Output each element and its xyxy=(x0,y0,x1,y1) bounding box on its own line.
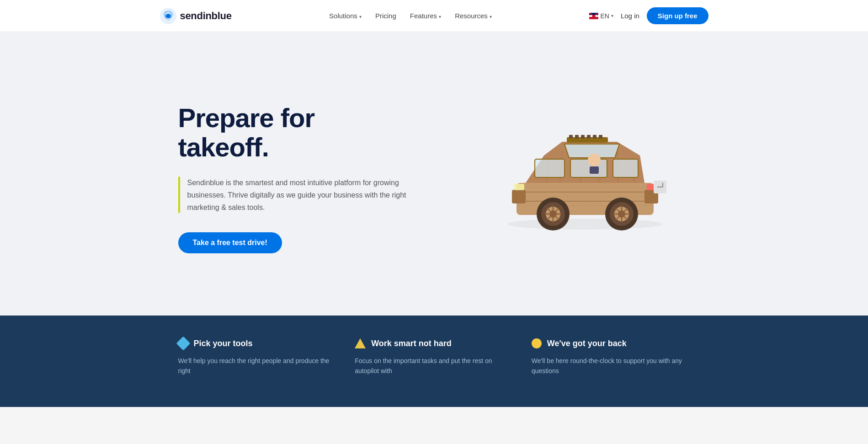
signup-button[interactable]: Sign up free xyxy=(647,7,708,24)
triangle-icon xyxy=(355,338,366,348)
pricing-link[interactable]: Pricing xyxy=(375,12,396,20)
svg-rect-47 xyxy=(599,135,602,139)
svg-rect-44 xyxy=(581,135,585,139)
svg-rect-23 xyxy=(514,184,524,190)
hero-description: Sendinblue is the smartest and most intu… xyxy=(187,177,434,214)
logo-text: sendinblue xyxy=(180,10,232,22)
hero-accent-bar xyxy=(178,177,180,213)
card-0-title: Pick your tools xyxy=(194,339,253,348)
svg-rect-46 xyxy=(593,135,596,139)
card-0-text: We'll help you reach the right people an… xyxy=(178,356,337,376)
card-0-header: Pick your tools xyxy=(178,338,337,348)
features-link[interactable]: Features xyxy=(410,12,439,20)
hero-title: Prepare for takeoff. xyxy=(178,103,434,162)
bottom-card-1: Work smart not hard Focus on the importa… xyxy=(355,338,513,376)
card-1-title: Work smart not hard xyxy=(371,339,452,348)
solutions-link[interactable]: Solutions xyxy=(329,12,359,20)
navbar: sendinblue Solutions Pricing Features Re… xyxy=(0,0,868,32)
logo[interactable]: sendinblue xyxy=(160,8,232,24)
logo-icon xyxy=(160,8,176,24)
nav-right: EN ▾ Log in Sign up free xyxy=(589,7,708,24)
hero-cta-button[interactable]: Take a free test drive! xyxy=(178,232,282,253)
bottom-section: Pick your tools We'll help you reach the… xyxy=(0,316,868,407)
hero-illustration xyxy=(489,91,718,265)
language-selector[interactable]: EN ▾ xyxy=(589,12,613,20)
svg-rect-18 xyxy=(590,166,599,174)
bottom-card-0: Pick your tools We'll help you reach the… xyxy=(178,338,337,376)
nav-links: Solutions Pricing Features Resources xyxy=(329,12,492,20)
svg-rect-43 xyxy=(575,135,579,139)
nav-item-features[interactable]: Features xyxy=(410,12,441,20)
lang-label: EN xyxy=(600,12,609,20)
bottom-card-2: We've got your back We'll be here round-… xyxy=(532,338,690,376)
svg-rect-21 xyxy=(512,190,526,203)
nav-item-pricing[interactable]: Pricing xyxy=(375,12,396,20)
svg-rect-13 xyxy=(613,159,638,177)
svg-point-2 xyxy=(507,219,663,230)
card-1-text: Focus on the important tasks and put the… xyxy=(355,356,513,376)
diamond-icon xyxy=(176,336,190,350)
svg-point-17 xyxy=(588,154,601,166)
hero-description-wrapper: Sendinblue is the smartest and most intu… xyxy=(178,177,434,214)
card-1-header: Work smart not hard xyxy=(355,338,513,348)
login-button[interactable]: Log in xyxy=(621,12,639,20)
card-2-title: We've got your back xyxy=(547,339,627,348)
nav-item-solutions[interactable]: Solutions xyxy=(329,12,362,20)
resources-link[interactable]: Resources xyxy=(455,12,490,20)
card-2-header: We've got your back xyxy=(532,338,690,348)
svg-rect-45 xyxy=(587,135,591,139)
hero-content: Prepare for takeoff. Sendinblue is the s… xyxy=(178,103,434,253)
circle-icon xyxy=(532,338,542,348)
car-svg-icon xyxy=(489,91,681,238)
bottom-cards-container: Pick your tools We'll help you reach the… xyxy=(160,338,708,376)
svg-rect-42 xyxy=(569,135,573,139)
card-2-text: We'll be here round-the-clock to support… xyxy=(532,356,690,376)
hero-section: Prepare for takeoff. Sendinblue is the s… xyxy=(0,32,868,316)
svg-rect-11 xyxy=(535,159,564,177)
flag-icon xyxy=(589,13,598,19)
nav-item-resources[interactable]: Resources xyxy=(455,12,492,20)
lang-dropdown-icon: ▾ xyxy=(611,13,613,18)
